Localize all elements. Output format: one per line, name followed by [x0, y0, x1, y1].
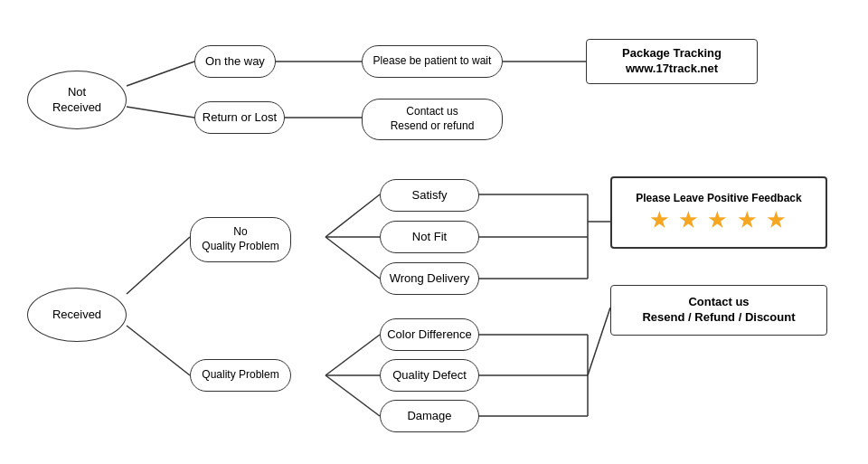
contact-resend-node: Contact us Resend or refund: [362, 99, 503, 140]
no-quality-problem-node: No Quality Problem: [190, 217, 291, 262]
svg-line-1: [127, 107, 194, 118]
damage-node: Damage: [380, 400, 479, 432]
svg-line-0: [127, 62, 194, 86]
contact-resend2-node: Contact us Resend / Refund / Discount: [610, 285, 827, 336]
svg-line-9: [326, 237, 380, 279]
wrong-delivery-node: Wrong Delivery: [380, 262, 479, 295]
svg-line-22: [588, 308, 610, 375]
satisfy-node: Satisfy: [380, 179, 479, 212]
received-node: Received: [27, 288, 127, 342]
svg-line-7: [326, 194, 380, 237]
return-or-lost-node: Return or Lost: [194, 101, 285, 134]
svg-line-5: [127, 237, 190, 294]
feedback-text: Please Leave Positive Feedback: [636, 192, 801, 206]
not-fit-node: Not Fit: [380, 221, 479, 253]
stars-icon: ★ ★ ★ ★ ★: [650, 208, 787, 234]
patient-node: Please be patient to wait: [362, 45, 503, 78]
feedback-node: Please Leave Positive Feedback ★ ★ ★ ★ ★: [610, 176, 827, 249]
svg-line-15: [326, 335, 380, 375]
diagram: Not Received On the way Please be patien…: [0, 0, 868, 464]
svg-line-6: [127, 326, 190, 375]
not-received-node: Not Received: [27, 71, 127, 129]
svg-line-17: [326, 375, 380, 416]
quality-problem-node: Quality Problem: [190, 359, 291, 392]
package-tracking-node: Package Tracking www.17track.net: [586, 39, 758, 84]
quality-defect-node: Quality Defect: [380, 359, 479, 392]
on-the-way-node: On the way: [194, 45, 276, 78]
color-difference-node: Color Difference: [380, 318, 479, 351]
